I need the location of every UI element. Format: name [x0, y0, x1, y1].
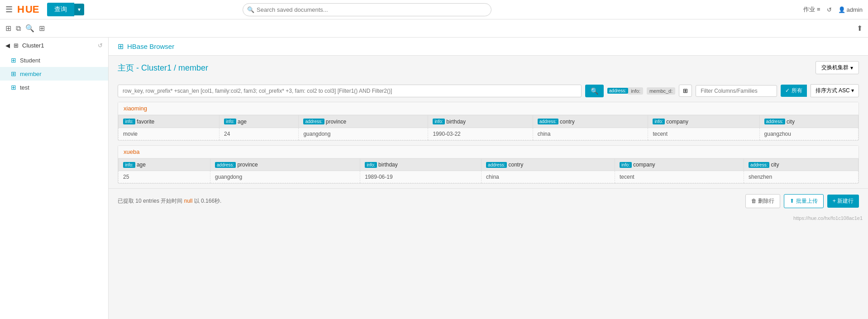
collapse-icon: ◀ — [5, 42, 10, 49]
table-icon-student: ⊞ — [11, 57, 16, 64]
column-name: birthday — [446, 119, 466, 125]
delete-row-button[interactable]: 🗑 删除行 — [745, 194, 780, 208]
copy-icon[interactable]: ⧉ — [16, 24, 21, 33]
family-tag: info: — [620, 162, 632, 168]
tag-membc-val: membc_d: — [647, 87, 675, 95]
column-header: info:age — [219, 115, 299, 128]
table-cell: tecent — [648, 128, 759, 140]
footer-buttons: 🗑 删除行 ⬆ 批量上传 + 新建行 — [745, 194, 859, 208]
column-name: contry — [560, 119, 575, 125]
footer-bar: 已提取 10 entries 开始时间 null 以 0.166秒. 🗑 删除行… — [109, 188, 868, 214]
family-tag: info: — [365, 162, 377, 168]
filter-columns-input[interactable] — [696, 85, 777, 97]
url-text: https://hue.co/hx/fo1c108ac1e1 — [793, 215, 863, 221]
row-key-label: xiaoming — [124, 105, 147, 112]
column-name: company — [633, 162, 655, 168]
column-name: city — [787, 119, 795, 125]
family-tag: info: — [123, 119, 135, 124]
column-name: contry — [508, 162, 523, 168]
breadcrumb-table[interactable]: member — [178, 63, 208, 72]
family-tag: address: — [764, 119, 785, 124]
column-header: info:company — [615, 158, 744, 171]
content-area: ⊞ HBase Browser 主页 - Cluster1 / member 交… — [109, 38, 868, 319]
sidebar-item-label-member: member — [20, 71, 42, 77]
filter-right: ⊞ ✓ 所有 排序方式 ASC ▾ — [679, 84, 859, 97]
breadcrumb-sep: - — [136, 63, 141, 72]
query-input[interactable] — [118, 85, 582, 97]
hue-logo-ue: UE — [25, 4, 39, 15]
sidebar-cluster-header[interactable]: ◀ ⊞ Cluster1 ↺ — [0, 38, 108, 53]
tag-address: address: info: — [607, 87, 643, 95]
column-name: age — [238, 119, 247, 125]
table-cell: guangdong — [299, 128, 428, 140]
all-button[interactable]: ✓ 所有 — [781, 85, 806, 97]
history-icon[interactable]: ↺ — [827, 6, 832, 13]
grid-icon[interactable]: ⊞ — [39, 24, 45, 33]
breadcrumb-home: 主页 — [118, 63, 134, 72]
table-cell: 24 — [219, 128, 299, 140]
admin-link[interactable]: 👤 admin — [838, 6, 863, 13]
sort-button[interactable]: 排序方式 ASC ▾ — [811, 84, 859, 97]
column-name: city — [771, 162, 779, 168]
hbase-browser-header: ⊞ HBase Browser — [109, 38, 868, 56]
hue-logo-h: H — [17, 4, 24, 15]
query-dropdown-button[interactable]: ▾ — [74, 4, 84, 15]
family-tag: info: — [123, 162, 135, 168]
search-input[interactable] — [243, 3, 491, 16]
switch-cluster-button[interactable]: 交换机集群 ▾ — [816, 61, 859, 74]
batch-upload-button[interactable]: ⬆ 批量上传 — [784, 194, 823, 208]
column-name: province — [237, 162, 258, 168]
jobs-link[interactable]: 作业 ≡ — [803, 5, 820, 14]
column-name: birthday — [378, 162, 398, 168]
row-group-header: xueba — [118, 146, 858, 158]
column-header: info:favorite — [119, 115, 219, 128]
row-group-header: xiaoming — [118, 102, 858, 115]
column-header: info:age — [119, 158, 210, 171]
query-button[interactable]: 查询 — [47, 3, 74, 16]
breadcrumb: 主页 - Cluster1 / member — [118, 62, 208, 73]
family-tag: address: — [215, 162, 236, 168]
row-key-label: xueba — [124, 148, 139, 155]
sidebar-item-student[interactable]: ⊞ Student — [0, 53, 108, 67]
top-nav-right: 作业 ≡ ↺ 👤 admin — [803, 5, 863, 14]
database-icon[interactable]: ⊞ — [5, 24, 11, 33]
breadcrumb-cluster[interactable]: Cluster1 — [141, 63, 172, 72]
query-search-button[interactable]: 🔍 — [585, 85, 604, 97]
table-cell: guangzhou — [759, 128, 858, 140]
search-small-icon[interactable]: 🔍 — [25, 24, 34, 33]
breadcrumb-slash: / — [174, 63, 178, 72]
rows-container: xiaominginfo:favoriteinfo:ageaddress:pro… — [109, 102, 868, 184]
search-bar: 🔍 — [243, 3, 491, 16]
family-tag: info: — [224, 119, 236, 124]
new-row-button[interactable]: + 新建行 — [827, 195, 859, 208]
table-content-xiaoming: xiaominginfo:favoriteinfo:ageaddress:pro… — [118, 102, 859, 141]
column-name: favorite — [137, 119, 154, 125]
top-nav: ☰ H UE 查询 ▾ 🔍 作业 ≡ ↺ 👤 admin — [0, 0, 868, 19]
breadcrumb-bar: 主页 - Cluster1 / member 交换机集群 ▾ — [109, 56, 868, 80]
family-tag: info: — [433, 119, 445, 124]
table-content-xueba: xuebainfo:ageaddress:provinceinfo:birthd… — [118, 145, 859, 184]
column-header: info:birthday — [428, 115, 533, 128]
hamburger-icon[interactable]: ☰ — [5, 5, 13, 14]
column-header: address:contry — [533, 115, 648, 128]
query-row: 🔍 address: info: membc_d: ⊞ ✓ 所有 排序方式 AS… — [109, 80, 868, 102]
table-cell: 1989-06-19 — [360, 171, 482, 183]
sidebar-item-label-student: Student — [20, 57, 40, 64]
family-tag: address: — [749, 162, 769, 168]
grid-view-button[interactable]: ⊞ — [679, 85, 692, 97]
url-bar: https://hue.co/hx/fo1c108ac1e1 — [109, 214, 868, 223]
search-icon: 🔍 — [247, 6, 254, 13]
upload-icon[interactable]: ⬆ — [857, 24, 863, 33]
footer-text: 已提取 10 entries 开始时间 null 以 0.166秒. — [118, 197, 221, 205]
column-name: age — [137, 162, 146, 168]
column-header: info:birthday — [360, 158, 482, 171]
sidebar: ◀ ⊞ Cluster1 ↺ ⊞ Student ⊞ member ⊞ test — [0, 38, 109, 319]
table-icon-test: ⊞ — [11, 84, 16, 91]
column-name: company — [666, 119, 688, 125]
table-icon-member: ⊞ — [11, 70, 16, 77]
refresh-icon[interactable]: ↺ — [98, 42, 103, 49]
tag-membc: membc_d: — [647, 87, 675, 95]
sidebar-item-test[interactable]: ⊞ test — [0, 81, 108, 94]
tag-address-val: info: — [628, 87, 643, 95]
sidebar-item-member[interactable]: ⊞ member — [0, 67, 108, 81]
